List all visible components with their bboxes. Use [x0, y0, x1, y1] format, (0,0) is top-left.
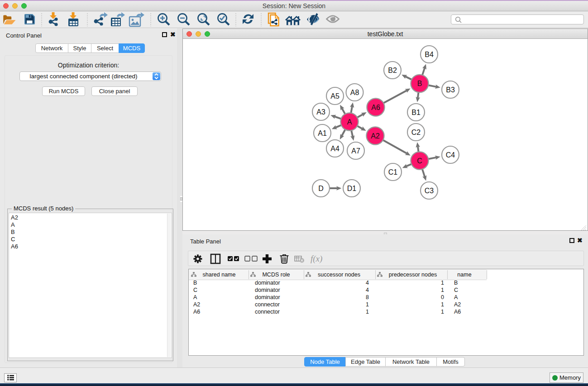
- svg-text:C: C: [193, 287, 197, 293]
- svg-text:A7: A7: [351, 147, 360, 155]
- svg-text:C: C: [417, 157, 422, 165]
- svg-text:A3: A3: [316, 108, 325, 116]
- svg-text:A2: A2: [454, 301, 461, 308]
- svg-text:4: 4: [366, 280, 369, 286]
- svg-text:D: D: [318, 185, 324, 192]
- svg-text:A2: A2: [193, 301, 200, 308]
- svg-text:C4: C4: [446, 151, 455, 159]
- svg-text:predecessor nodes: predecessor nodes: [389, 272, 437, 278]
- svg-text:A8: A8: [350, 89, 359, 96]
- svg-text:A6: A6: [371, 104, 380, 111]
- svg-text:dominator: dominator: [255, 280, 280, 286]
- svg-text:B3: B3: [446, 86, 455, 94]
- svg-text:C3: C3: [425, 187, 434, 195]
- svg-text:A: A: [347, 118, 352, 126]
- svg-text:MCDS role: MCDS role: [262, 272, 290, 278]
- svg-text:dominator: dominator: [255, 294, 280, 300]
- svg-text:A4: A4: [330, 145, 339, 152]
- svg-text:A: A: [454, 294, 458, 300]
- svg-text:B: B: [417, 80, 422, 87]
- svg-text:shared name: shared name: [203, 272, 236, 278]
- svg-text:dominator: dominator: [255, 287, 280, 293]
- svg-text:8: 8: [366, 294, 369, 300]
- svg-text:A6: A6: [454, 309, 461, 315]
- svg-text:D1: D1: [347, 185, 357, 192]
- svg-text:A: A: [193, 294, 197, 300]
- svg-text:4: 4: [366, 287, 369, 293]
- svg-text:B2: B2: [388, 67, 397, 74]
- svg-text:C2: C2: [411, 129, 421, 136]
- svg-text:1: 1: [441, 287, 444, 293]
- svg-text:B: B: [193, 280, 197, 286]
- svg-text:A2: A2: [371, 132, 380, 140]
- svg-text:A5: A5: [330, 92, 339, 100]
- svg-text:0: 0: [441, 294, 444, 300]
- svg-text:C1: C1: [388, 168, 398, 176]
- svg-text:C: C: [454, 287, 458, 293]
- svg-text:B: B: [454, 280, 458, 286]
- svg-text:successor nodes: successor nodes: [318, 272, 360, 278]
- svg-text:B4: B4: [425, 51, 434, 58]
- svg-text:1: 1: [441, 309, 444, 315]
- svg-text:1: 1: [441, 280, 444, 286]
- svg-text:1: 1: [441, 301, 444, 308]
- svg-text:A6: A6: [193, 309, 200, 315]
- svg-text:connector: connector: [255, 309, 280, 315]
- svg-text:name: name: [457, 272, 471, 278]
- svg-text:connector: connector: [255, 301, 280, 308]
- svg-text:1: 1: [366, 301, 369, 308]
- svg-text:A1: A1: [318, 129, 327, 137]
- svg-text:f(x): f(x): [311, 254, 322, 264]
- svg-text:B1: B1: [411, 109, 421, 116]
- svg-text:1: 1: [366, 309, 369, 315]
